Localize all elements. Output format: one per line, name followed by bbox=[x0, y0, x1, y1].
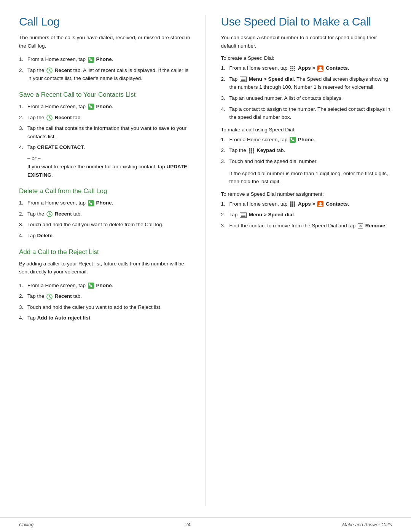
or-text: – or – bbox=[27, 155, 190, 161]
svg-rect-22 bbox=[290, 137, 296, 143]
remove-label: Remove bbox=[365, 223, 386, 228]
step-number: 1. bbox=[221, 200, 229, 208]
list-item: 2. Tap the Recent tab. bbox=[19, 292, 190, 300]
svg-rect-13 bbox=[294, 68, 295, 69]
step-text: Touch and hold the speed dial number. bbox=[229, 157, 392, 166]
apps-label: Apps > bbox=[298, 201, 315, 207]
recent-icon bbox=[46, 67, 53, 73]
make-call-label: To make a call using Speed Dial: bbox=[221, 127, 392, 133]
step-number: 1. bbox=[221, 136, 229, 144]
step-text: Tap the Recent tab. bbox=[27, 210, 190, 218]
list-item: 2. Tap Menu > Speed dial. bbox=[221, 211, 392, 219]
step-text: Tap the Keypad tab. bbox=[229, 146, 392, 155]
apps-icon bbox=[290, 201, 296, 207]
footer: Calling 24 Make and Answer Calls bbox=[0, 517, 411, 532]
x-remove-icon: ✕ bbox=[358, 223, 363, 228]
step-number: 4. bbox=[221, 105, 229, 121]
list-item: 3. Touch and hold the call you want to d… bbox=[19, 220, 190, 229]
phone-icon bbox=[88, 57, 94, 63]
svg-rect-6 bbox=[88, 283, 94, 289]
svg-rect-37 bbox=[294, 203, 295, 205]
section1-title: Save a Recent Call to Your Contacts List bbox=[19, 91, 190, 99]
recent-icon bbox=[46, 294, 53, 300]
svg-rect-32 bbox=[290, 201, 292, 203]
phone-label: Phone bbox=[96, 283, 112, 288]
remove-speed-dial-label: To remove a Speed Dial number assignment… bbox=[221, 191, 392, 197]
svg-rect-24 bbox=[251, 148, 252, 150]
speed-dial-note: If the speed dial number is more than 1 … bbox=[229, 169, 392, 186]
step-number: 4. bbox=[19, 143, 27, 152]
list-item: 3. Find the contact to remove from the S… bbox=[221, 222, 392, 230]
step-number: 2. bbox=[221, 211, 229, 219]
step-number: 3. bbox=[221, 157, 229, 166]
svg-rect-10 bbox=[294, 66, 295, 67]
svg-rect-31 bbox=[253, 152, 254, 153]
phone-label: Phone bbox=[96, 56, 112, 62]
phone-icon bbox=[88, 200, 94, 206]
step-text: Tap Menu > Speed dial. bbox=[229, 211, 392, 219]
list-item: 4. Tap CREATE CONTACT. bbox=[19, 143, 190, 152]
recent-label: Recent bbox=[55, 67, 72, 73]
step-text: From a Home screen, tap Phone. bbox=[27, 281, 190, 290]
svg-rect-28 bbox=[253, 150, 254, 152]
menu-speed-dial-label: Menu > Speed dial bbox=[249, 76, 294, 82]
svg-rect-23 bbox=[249, 148, 250, 150]
phone-icon bbox=[88, 104, 94, 110]
main-steps-list: 1. From a Home screen, tap Phone. 2. Tap… bbox=[19, 55, 190, 83]
svg-rect-15 bbox=[292, 70, 293, 71]
menu-icon bbox=[240, 212, 247, 218]
svg-rect-11 bbox=[290, 68, 292, 69]
list-item: 3. Touch and hold the speed dial number. bbox=[221, 157, 392, 166]
section2-steps: 1. From a Home screen, tap Phone. 2. Tap… bbox=[19, 199, 190, 240]
step-number: 1. bbox=[221, 64, 229, 72]
step-number: 3. bbox=[19, 124, 27, 141]
main-content: Call Log The numbers of the calls you ha… bbox=[0, 0, 411, 506]
list-item: 2. Tap the Keypad tab. bbox=[221, 146, 392, 155]
step-text: Tap CREATE CONTACT. bbox=[27, 143, 190, 152]
create-contact-label: CREATE CONTACT bbox=[37, 144, 84, 150]
phone-icon bbox=[88, 283, 94, 289]
step-text: Find the contact to remove from the Spee… bbox=[229, 222, 392, 230]
list-item: 4. Tap Delete. bbox=[19, 232, 190, 240]
step-number: 2. bbox=[221, 146, 229, 155]
svg-rect-0 bbox=[88, 57, 94, 63]
svg-rect-25 bbox=[253, 148, 254, 150]
svg-rect-34 bbox=[294, 201, 295, 203]
update-existing-label: UPDATE EXISTING bbox=[27, 164, 187, 178]
svg-rect-14 bbox=[290, 70, 292, 71]
svg-rect-12 bbox=[292, 68, 293, 69]
step-number: 4. bbox=[19, 232, 27, 240]
footer-page-number: 24 bbox=[185, 522, 191, 527]
step-text: Tap Delete. bbox=[27, 232, 190, 240]
keypad-icon bbox=[249, 148, 255, 154]
svg-rect-39 bbox=[292, 205, 293, 207]
phone-label: Phone bbox=[298, 137, 314, 142]
step-number: 2. bbox=[19, 66, 27, 83]
menu-icon bbox=[240, 77, 247, 82]
phone-icon bbox=[290, 137, 296, 143]
svg-rect-9 bbox=[292, 66, 293, 67]
list-item: 1. From a Home screen, tap Phone. bbox=[19, 102, 190, 111]
keypad-label: Keypad bbox=[256, 147, 275, 153]
step-number: 3. bbox=[19, 220, 27, 229]
step-text: Tap the Recent tab. bbox=[27, 292, 190, 300]
phone-label: Phone bbox=[96, 200, 112, 206]
step-number: 2. bbox=[19, 292, 27, 300]
recent-label: Recent bbox=[55, 293, 72, 299]
list-item: 2. Tap the Recent tab. bbox=[19, 210, 190, 218]
recent-icon bbox=[46, 211, 53, 217]
list-item: 3. Touch and hold the caller you want to… bbox=[19, 303, 190, 312]
list-item: 1. From a Home screen, tap Apps > Contac… bbox=[221, 64, 392, 72]
step-text: Tap the Recent tab. A list of recent cal… bbox=[27, 66, 190, 83]
step-number: 1. bbox=[19, 55, 27, 64]
step-text: From a Home screen, tap Phone. bbox=[27, 199, 190, 207]
section1-steps: 1. From a Home screen, tap Phone. 2. Tap… bbox=[19, 102, 190, 152]
step-text: Tap Add to Auto reject list. bbox=[27, 314, 190, 322]
section3-steps: 1. From a Home screen, tap Phone. 2. Tap… bbox=[19, 281, 190, 322]
update-existing-note: If you want to replace the number for an… bbox=[27, 163, 190, 179]
step-text: Touch and hold the call you want to dele… bbox=[27, 220, 190, 229]
svg-rect-4 bbox=[88, 200, 94, 206]
step-text: Touch and hold the caller you want to ad… bbox=[27, 303, 190, 312]
recent-icon bbox=[46, 115, 53, 121]
contacts-label: Contacts bbox=[326, 65, 348, 71]
